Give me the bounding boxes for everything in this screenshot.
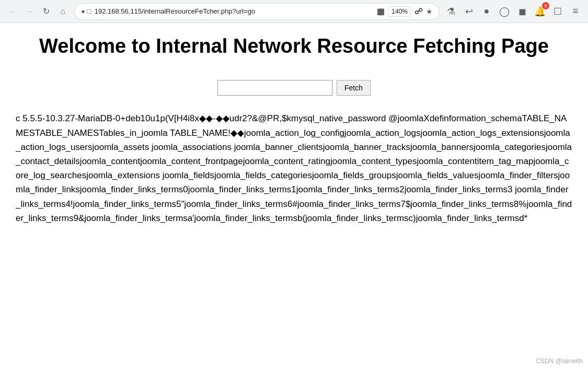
address-bar[interactable]: ● □ 192.168.56.115/internalResourceFeTch…: [74, 3, 440, 20]
url-input[interactable]: [217, 80, 332, 96]
bookmark-icon[interactable]: ★: [426, 7, 433, 16]
home-button[interactable]: ⌂: [55, 4, 70, 19]
back-button[interactable]: ←: [5, 4, 20, 19]
fetch-form: Fetch: [16, 80, 572, 96]
menu-icon[interactable]: ≡: [568, 4, 583, 19]
qr-icon: ▦: [377, 6, 385, 16]
fetch-button[interactable]: Fetch: [337, 80, 371, 96]
flow-icon[interactable]: ☐: [550, 4, 565, 19]
zoom-badge[interactable]: 140%: [388, 6, 411, 17]
url-text: 192.168.56.115/internalResourceFeTcher.p…: [95, 7, 374, 15]
opera-icon[interactable]: ◯: [497, 4, 512, 19]
page-content: Welcome to Internal Network Resource Fet…: [0, 23, 588, 236]
notification-count: 8: [542, 2, 549, 9]
address-icons: ● □: [81, 7, 91, 15]
page-title: Welcome to Internal Network Resource Fet…: [16, 33, 572, 59]
lock-icon: □: [87, 7, 91, 15]
extensions-icon[interactable]: ⚗: [444, 4, 458, 19]
record-icon[interactable]: ●: [479, 4, 494, 19]
social-icon[interactable]: ◼: [515, 4, 529, 19]
result-text: c 5.5.5-10.3.27-MariaDB-0+deb10u1p(V[H4i…: [16, 111, 572, 225]
watermark: CSDN @lainwith: [536, 357, 583, 365]
translate-icon: ☍: [414, 6, 423, 16]
undo-icon[interactable]: ↩: [462, 4, 476, 19]
forward-button[interactable]: →: [22, 4, 37, 19]
shield-icon: ●: [81, 7, 85, 15]
reload-button[interactable]: ↻: [39, 4, 53, 19]
notification-icon[interactable]: 🔔 8: [533, 4, 547, 19]
toolbar-icons: ⚗ ↩ ● ◯ ◼ 🔔 8 ☐ ≡: [444, 4, 583, 19]
browser-chrome: ← → ↻ ⌂ ● □ 192.168.56.115/internalResou…: [0, 0, 588, 23]
nav-buttons: ← → ↻ ⌂: [5, 4, 70, 19]
